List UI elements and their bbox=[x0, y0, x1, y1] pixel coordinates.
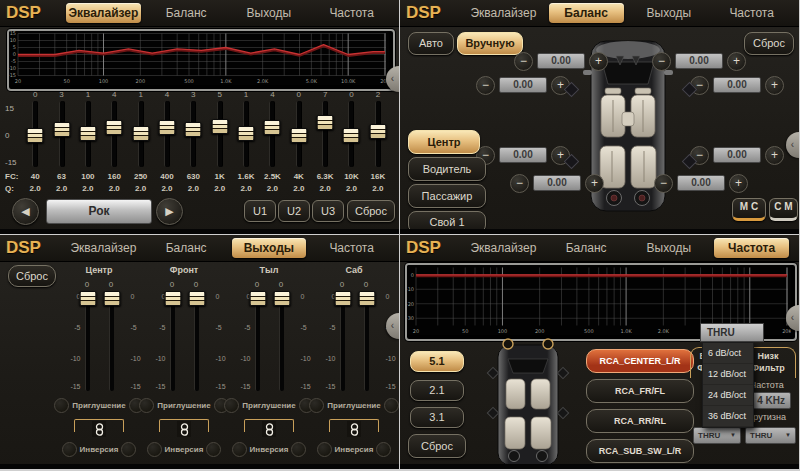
eq-band-slider[interactable] bbox=[348, 101, 354, 167]
tab-balance[interactable]: Баланс bbox=[549, 238, 624, 258]
outputs-reset-button[interactable]: Сброс bbox=[8, 265, 56, 287]
output-level-slider[interactable]: 0 bbox=[76, 279, 98, 391]
mc-mode-button[interactable]: M C bbox=[732, 198, 766, 221]
mute-right-toggle[interactable] bbox=[384, 398, 399, 413]
invert-left-toggle[interactable] bbox=[317, 442, 332, 457]
eq-slider-knob[interactable] bbox=[79, 126, 96, 141]
user-preset-u2-button[interactable]: U2 bbox=[278, 200, 310, 222]
invert-right-toggle[interactable] bbox=[121, 442, 136, 457]
invert-left-toggle[interactable] bbox=[232, 442, 247, 457]
eq-band-slider[interactable] bbox=[138, 101, 144, 167]
chain-link-icon[interactable] bbox=[92, 421, 106, 437]
eq-slider-knob[interactable] bbox=[158, 120, 175, 135]
eq-band-slider[interactable] bbox=[32, 101, 38, 167]
output-slider-track[interactable] bbox=[109, 291, 114, 391]
output-level-slider[interactable]: 0 bbox=[246, 279, 268, 391]
eq-band-slider[interactable] bbox=[296, 101, 302, 167]
high-pass-slope-select[interactable]: THRU ▼ bbox=[693, 427, 741, 444]
output-slider-track[interactable] bbox=[340, 291, 345, 391]
output-level-slider[interactable]: 0 bbox=[355, 279, 377, 391]
increment-button[interactable]: + bbox=[585, 174, 604, 193]
output-slider-knob[interactable] bbox=[334, 291, 351, 306]
eq-slider-knob[interactable] bbox=[132, 126, 149, 141]
invert-right-toggle[interactable] bbox=[291, 442, 306, 457]
eq-reset-button[interactable]: Сброс bbox=[347, 200, 395, 222]
invert-right-toggle[interactable] bbox=[376, 442, 391, 457]
output-slider-knob[interactable] bbox=[273, 291, 290, 306]
decrement-button[interactable]: − bbox=[510, 174, 529, 193]
invert-left-toggle[interactable] bbox=[62, 442, 77, 457]
tab-frequency[interactable]: Частота bbox=[314, 238, 389, 258]
eq-slider-knob[interactable] bbox=[343, 128, 360, 143]
increment-button[interactable]: + bbox=[765, 76, 784, 95]
chain-link-icon[interactable] bbox=[177, 421, 191, 437]
tab-frequency[interactable]: Частота bbox=[714, 3, 789, 23]
eq-slider-knob[interactable] bbox=[185, 122, 202, 137]
user-preset-u1-button[interactable]: U1 bbox=[244, 200, 276, 222]
eq-band-slider[interactable] bbox=[59, 101, 65, 167]
tab-frequency[interactable]: Частота bbox=[314, 3, 389, 23]
mute-left-toggle[interactable] bbox=[309, 398, 324, 413]
eq-band-slider[interactable] bbox=[164, 101, 170, 167]
eq-slider-knob[interactable] bbox=[290, 128, 307, 143]
output-slider-track[interactable] bbox=[85, 291, 90, 391]
eq-band-slider[interactable] bbox=[269, 101, 275, 167]
rca-output-button-3[interactable]: RCA_RR/RL bbox=[586, 409, 694, 433]
eq-band-slider[interactable] bbox=[217, 101, 223, 167]
tab-balance[interactable]: Баланс bbox=[149, 238, 224, 258]
tab-frequency[interactable]: Частота bbox=[714, 238, 789, 258]
tab-equalizer[interactable]: Эквалайзер bbox=[466, 238, 541, 258]
tab-equalizer[interactable]: Эквалайзер bbox=[66, 238, 141, 258]
output-level-slider[interactable]: 0 bbox=[270, 279, 292, 391]
tab-outputs[interactable]: Выходы bbox=[632, 3, 707, 23]
balance-auto-button[interactable]: Авто bbox=[408, 32, 454, 55]
output-slider-track[interactable] bbox=[170, 291, 175, 391]
increment-button[interactable]: + bbox=[727, 52, 746, 71]
listen-position-passenger-button[interactable]: Пассажир bbox=[408, 184, 486, 208]
mode-5-1-button[interactable]: 5.1 bbox=[410, 351, 464, 372]
tab-balance[interactable]: Баланс bbox=[149, 3, 224, 23]
eq-slider-knob[interactable] bbox=[369, 124, 386, 139]
drawer-handle[interactable]: ‹ bbox=[786, 132, 799, 158]
tab-outputs[interactable]: Выходы bbox=[232, 238, 307, 258]
slope-dropdown-selected[interactable]: THRU bbox=[700, 323, 764, 342]
decrement-button[interactable]: − bbox=[476, 76, 495, 95]
slope-option-36-dB/oct[interactable]: 36 dB/oct bbox=[703, 406, 753, 427]
eq-slider-knob[interactable] bbox=[264, 120, 281, 135]
preset-display[interactable]: Рок bbox=[46, 199, 152, 224]
output-slider-track[interactable] bbox=[255, 291, 260, 391]
eq-slider-knob[interactable] bbox=[106, 120, 123, 135]
listen-position-center-button[interactable]: Центр bbox=[408, 130, 480, 154]
eq-band-slider[interactable] bbox=[322, 101, 328, 167]
increment-button[interactable]: + bbox=[765, 146, 784, 165]
output-slider-knob[interactable] bbox=[103, 291, 120, 306]
eq-band-slider[interactable] bbox=[111, 101, 117, 167]
decrement-button[interactable]: − bbox=[654, 174, 673, 193]
output-level-slider[interactable]: 0 bbox=[100, 279, 122, 391]
eq-slider-knob[interactable] bbox=[27, 128, 44, 143]
output-slider-knob[interactable] bbox=[249, 291, 266, 306]
chain-link-icon[interactable] bbox=[262, 421, 276, 437]
decrement-button[interactable]: − bbox=[514, 52, 533, 71]
eq-band-slider[interactable] bbox=[243, 101, 249, 167]
tab-equalizer[interactable]: Эквалайзер bbox=[66, 3, 141, 23]
slope-option-12-dB/oct[interactable]: 12 dB/oct bbox=[703, 364, 753, 385]
rca-output-button-1[interactable]: RCA_CENTER_L/R bbox=[586, 349, 694, 373]
slope-option-24-dB/oct[interactable]: 24 dB/oct bbox=[703, 385, 753, 406]
mode-2-1-button[interactable]: 2.1 bbox=[410, 380, 464, 401]
eq-band-slider[interactable] bbox=[85, 101, 91, 167]
eq-slider-knob[interactable] bbox=[211, 119, 228, 134]
mute-left-toggle[interactable] bbox=[139, 398, 154, 413]
cm-mode-button[interactable]: C M bbox=[769, 198, 798, 221]
freq-reset-button[interactable]: Сброс bbox=[408, 434, 466, 458]
eq-slider-knob[interactable] bbox=[53, 122, 70, 137]
mute-left-toggle[interactable] bbox=[54, 398, 69, 413]
tab-outputs[interactable]: Выходы bbox=[232, 3, 307, 23]
rca-output-button-4[interactable]: RCA_SUB_SW_L/R bbox=[586, 439, 694, 463]
tab-balance[interactable]: Баланс bbox=[549, 3, 624, 23]
eq-band-slider[interactable] bbox=[190, 101, 196, 167]
preset-prev-button[interactable]: ◀ bbox=[12, 198, 39, 225]
tab-equalizer[interactable]: Эквалайзер bbox=[466, 3, 541, 23]
output-level-slider[interactable]: 0 bbox=[331, 279, 353, 391]
output-level-slider[interactable]: 0 bbox=[161, 279, 183, 391]
